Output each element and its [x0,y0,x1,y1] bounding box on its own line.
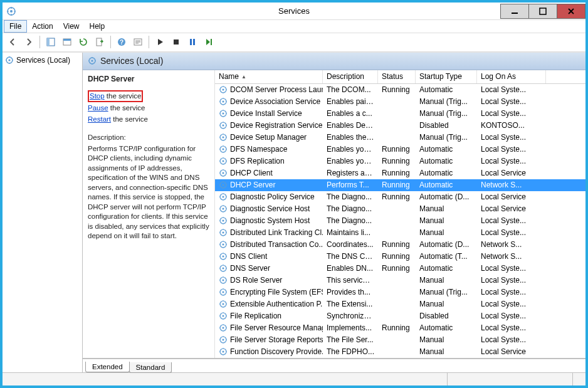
properties2-button[interactable] [130,34,145,50]
tree-node-services-local[interactable]: Services (Local) [4,55,81,65]
service-row[interactable]: DFS NamespaceEnables you...RunningAutoma… [215,144,585,155]
restart-service-button[interactable] [201,34,216,50]
stop-service-link[interactable]: Stop [90,92,105,100]
svg-point-21 [223,89,224,91]
pause-service-link[interactable]: Pause [88,104,108,112]
service-description: Synchronize... [323,312,378,320]
service-row[interactable]: DCOM Server Process Laun...The DCOM...Ru… [215,84,585,96]
service-row[interactable]: Device Association ServiceEnables pair..… [215,96,585,108]
stop-service-button[interactable] [169,34,184,50]
service-logon: Local Syste... [477,216,546,225]
service-row[interactable]: Encrypting File System (EFS)Provides th.… [215,286,585,298]
refresh-button[interactable] [76,34,91,50]
service-row[interactable]: File ReplicationSynchronize...DisabledLo… [215,310,585,322]
tab-standard[interactable]: Standard [129,362,172,373]
sort-asc-icon: ▲ [241,74,246,80]
column-log-on-as[interactable]: Log On As [477,70,546,83]
service-row[interactable]: DFS ReplicationEnables you...RunningAuto… [215,155,585,167]
gear-icon [219,204,228,213]
service-logon: Local Syste... [477,85,546,94]
gear-icon [219,276,228,285]
column-startup-type[interactable]: Startup Type [416,70,477,83]
menu-file[interactable]: File [4,20,27,33]
close-button[interactable] [557,4,585,19]
svg-point-57 [223,303,224,305]
column-description[interactable]: Description [323,70,378,83]
service-name: Diagnostic System Host [230,216,310,225]
export-button[interactable] [92,34,107,50]
menu-action[interactable]: Action [27,21,58,32]
service-row[interactable]: DS Role ServerThis service ...ManualLoca… [215,275,585,286]
service-row[interactable]: File Server Storage Reports ...The File … [215,334,585,346]
service-description: Registers an... [323,169,378,177]
show-hide-tree-button[interactable] [43,34,58,50]
pause-service-button[interactable] [185,34,200,50]
service-row[interactable]: Function Discovery Provide...The FDPHO..… [215,346,585,358]
service-row[interactable]: File Server Resource ManagerImplements..… [215,322,585,334]
svg-rect-3 [540,8,546,14]
service-startup: Manual (Trig... [416,133,477,142]
tab-extended[interactable]: Extended [85,362,130,372]
service-logon: Local Syste... [477,335,546,344]
restart-service-link[interactable]: Restart [88,115,111,123]
service-row[interactable]: Distributed Link Tracking Cl...Maintains… [215,227,585,239]
service-startup: Automatic [416,323,477,332]
help-button[interactable]: ? [114,34,129,50]
menu-help[interactable]: Help [85,21,110,32]
svg-point-19 [91,60,93,61]
service-row[interactable]: Device Registration ServiceEnables Dev..… [215,120,585,132]
service-name: DNS Server [230,264,270,273]
service-row[interactable]: DNS ClientThe DNS Cli...RunningAutomatic… [215,251,585,263]
service-list: Name▲ Description Status Startup Type Lo… [214,70,585,358]
service-name: File Server Storage Reports ... [230,335,323,344]
svg-point-43 [223,220,224,222]
menubar: File Action View Help [3,19,585,33]
service-startup: Automatic (T... [416,252,477,261]
service-startup: Manual [416,300,477,308]
service-startup: Manual (Trig... [416,109,477,118]
start-service-button[interactable] [152,34,167,50]
service-name: Device Registration Service [230,121,322,130]
menu-view[interactable]: View [58,21,85,32]
service-logon: Network S... [477,240,546,249]
column-name[interactable]: Name▲ [215,70,323,83]
svg-point-41 [223,208,224,210]
service-row[interactable]: Device Install ServiceEnables a c...Manu… [215,108,585,120]
service-row[interactable]: Diagnostic Policy ServiceThe Diagno...Ru… [215,191,585,203]
gear-icon [219,109,228,118]
service-startup: Manual (Trig... [416,97,477,106]
service-name: DS Role Server [230,276,282,285]
service-startup: Manual [416,335,477,344]
gear-icon [219,264,228,273]
properties-button[interactable] [60,34,75,50]
service-logon: Local Service [477,204,546,213]
service-row[interactable]: Diagnostic Service HostThe Diagno...Manu… [215,203,585,215]
maximize-button[interactable] [528,4,557,19]
service-row[interactable]: Diagnostic System HostThe Diagno...Manua… [215,215,585,227]
service-status: Running [378,169,416,177]
service-name: Device Install Service [230,109,302,118]
svg-rect-8 [97,38,102,46]
service-description: The Diagno... [323,216,378,225]
tree-node-label: Services (Local) [16,56,70,65]
column-status[interactable]: Status [378,70,416,83]
service-name: DNS Client [230,252,267,261]
service-description: The DCOM... [323,85,378,94]
service-row[interactable]: DHCP ClientRegisters an...RunningAutomat… [215,167,585,179]
service-description: Performs T... [323,181,378,189]
service-row[interactable]: Device Setup ManagerEnables the ...Manua… [215,132,585,144]
service-row[interactable]: DNS ServerEnables DN...RunningAutomaticL… [215,263,585,275]
back-button[interactable] [5,34,20,50]
service-row[interactable]: Extensible Authentication P...The Extens… [215,298,585,310]
service-name: Distributed Link Tracking Cl... [230,228,323,237]
forward-button[interactable] [21,34,36,50]
service-name: Device Setup Manager [230,133,307,142]
minimize-button[interactable] [500,4,529,19]
service-row[interactable]: DHCP ServerPerforms T...RunningAutomatic… [215,179,585,191]
selected-service-name: DHCP Server [88,74,209,84]
service-startup: Disabled [416,121,477,130]
service-row[interactable]: Distributed Transaction Co...Coordinates… [215,239,585,251]
service-name: DFS Replication [230,157,285,165]
gear-icon [219,121,228,130]
service-description: Enables a c... [323,109,378,118]
